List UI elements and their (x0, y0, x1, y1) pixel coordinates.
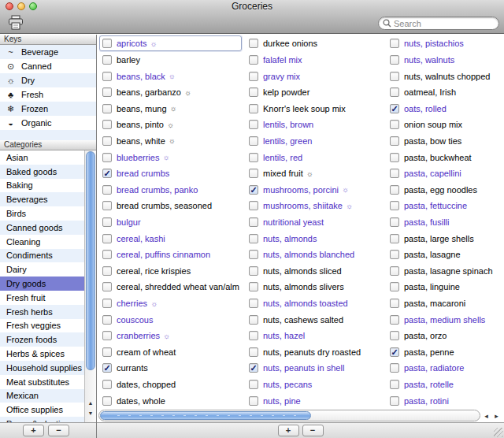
item-checkbox[interactable] (102, 120, 112, 129)
grocery-item-apricots[interactable]: apricots☼ (99, 35, 246, 52)
item-checkbox[interactable] (249, 380, 258, 389)
grocery-item-gravy-mix[interactable]: gravy mix (246, 68, 387, 84)
grocery-item-pasta-radiatore[interactable]: pasta, radiatore (387, 360, 504, 377)
grocery-item-bread-crumbs-panko[interactable]: bread crumbs, panko (99, 181, 246, 198)
item-checkbox[interactable] (102, 299, 112, 308)
item-checkbox[interactable]: ✓ (249, 185, 258, 195)
add-item-button[interactable]: + (278, 425, 299, 436)
grocery-item-bread-crumbs-seasoned[interactable]: bread crumbs, seasoned (99, 198, 246, 214)
category-item-household-supplies[interactable]: Household supplies (0, 361, 96, 375)
item-checkbox[interactable] (390, 55, 399, 65)
item-checkbox[interactable] (102, 55, 112, 65)
grocery-item-pasta-lasagne-spinach[interactable]: pasta, lasagne spinach (387, 263, 504, 280)
category-item-frozen-foods[interactable]: Frozen foods (0, 332, 96, 347)
key-item-fresh[interactable]: ♣Fresh (0, 87, 96, 102)
key-item-canned[interactable]: ⊙Canned (0, 59, 96, 73)
grocery-item-nutritional-yeast[interactable]: nutritional yeast (246, 214, 387, 231)
grocery-item-nuts-almonds[interactable]: nuts, almonds (246, 230, 387, 247)
item-checkbox[interactable] (249, 234, 258, 243)
category-item-asian[interactable]: Asian (0, 150, 96, 165)
grocery-item-mushrooms-porcini[interactable]: ✓mushrooms, porcini☼ (246, 181, 387, 198)
scroll-down-icon[interactable]: ▼ (85, 408, 96, 418)
search-input[interactable]: Search (378, 17, 499, 30)
category-item-herbs-spices[interactable]: Herbs & spices (0, 347, 96, 361)
item-checkbox[interactable] (249, 266, 258, 276)
category-item-baking[interactable]: Baking (0, 179, 96, 193)
category-item-dry-goods[interactable]: Dry goods (0, 277, 96, 291)
item-checkbox[interactable] (390, 136, 399, 146)
item-checkbox[interactable] (249, 396, 258, 406)
item-checkbox[interactable] (249, 153, 258, 162)
item-checkbox[interactable] (102, 266, 112, 276)
grocery-item-pasta-buckwheat[interactable]: pasta, buckwheat (387, 149, 504, 165)
grocery-item-pasta-lasagne[interactable]: pasta, lasagne (387, 247, 504, 263)
grocery-item-lentils-green[interactable]: lentils, green (246, 133, 387, 150)
item-checkbox[interactable] (102, 104, 112, 113)
item-checkbox[interactable] (249, 331, 258, 340)
item-checkbox[interactable] (102, 315, 112, 325)
item-checkbox[interactable] (249, 169, 258, 178)
item-checkbox[interactable] (390, 282, 399, 291)
category-item-fresh-veggies[interactable]: Fresh veggies (0, 319, 96, 333)
category-item-dairy[interactable]: Dairy (0, 262, 96, 277)
category-item-canned-goods[interactable]: Canned goods (0, 221, 96, 235)
grocery-item-pasta-large-shells[interactable]: pasta, large shells (387, 230, 504, 247)
grocery-item-nuts-almonds-slivers[interactable]: nuts, almonds slivers (246, 279, 387, 295)
categories-scrollbar-thumb[interactable] (86, 151, 95, 370)
item-checkbox[interactable]: ✓ (249, 363, 258, 373)
horizontal-scrollbar[interactable] (98, 410, 480, 421)
grocery-item-pasta-penne[interactable]: ✓pasta, penne (387, 344, 504, 361)
category-item-fresh-herbs[interactable]: Fresh herbs (0, 305, 96, 319)
category-item-cleaning[interactable]: Cleaning (0, 235, 96, 249)
grocery-item-mixed-fruit[interactable]: mixed fruit☼ (246, 165, 387, 182)
item-checkbox[interactable] (102, 250, 112, 259)
item-checkbox[interactable] (102, 39, 112, 48)
scroll-left-icon[interactable]: ◂ (481, 412, 491, 420)
close-button[interactable] (6, 2, 13, 10)
item-checkbox[interactable] (390, 201, 399, 210)
item-checkbox[interactable] (390, 87, 399, 97)
resize-grip[interactable] (494, 428, 503, 437)
item-checkbox[interactable]: ✓ (102, 363, 112, 373)
category-item-beverages[interactable]: Beverages (0, 192, 96, 206)
grocery-item-bread-crumbs[interactable]: ✓bread crumbs (99, 165, 246, 182)
grocery-item-pasta-rotini[interactable]: pasta, rotini (387, 392, 504, 409)
grocery-item-onion-soup-mix[interactable]: onion soup mix (387, 117, 504, 133)
item-checkbox[interactable] (249, 282, 258, 291)
grocery-item-cream-of-wheat[interactable]: cream of wheat (99, 344, 246, 361)
grocery-item-nuts-hazel[interactable]: nuts, hazel (246, 328, 387, 344)
item-checkbox[interactable] (249, 104, 258, 113)
grocery-item-cereal-shredded-wheat-van-alm[interactable]: cereal, shredded wheat van/alm (99, 279, 246, 295)
category-item-mexican[interactable]: Mexican (0, 389, 96, 403)
item-checkbox[interactable] (102, 153, 112, 162)
key-item-organic[interactable]: ◒Organic (0, 116, 96, 130)
item-checkbox[interactable] (390, 315, 399, 325)
grocery-item-nuts-peanuts-in-shell[interactable]: ✓nuts, peanuts in shell (246, 360, 387, 377)
grocery-item-cereal-puffins-cinnamon[interactable]: cereal, puffins cinnamon (99, 247, 246, 263)
item-checkbox[interactable] (249, 136, 258, 146)
grocery-item-pasta-egg-noodles[interactable]: pasta, egg noodles (387, 181, 504, 198)
add-category-button[interactable]: + (23, 425, 44, 436)
item-checkbox[interactable] (390, 396, 399, 406)
grocery-item-nuts-pecans[interactable]: nuts, pecans (246, 377, 387, 393)
grocery-item-nuts-almonds-toasted[interactable]: nuts, almonds toasted (246, 295, 387, 312)
grocery-item-nuts-pistachios[interactable]: nuts, pistachios (387, 35, 504, 52)
item-checkbox[interactable] (102, 331, 112, 340)
grocery-item-bulgur[interactable]: bulgur (99, 214, 246, 231)
category-item-office-supplies[interactable]: Office supplies (0, 403, 96, 417)
grocery-item-durkee-onions[interactable]: durkee onions (246, 35, 387, 52)
category-item-paper-plastic[interactable]: Paper & plastic (0, 417, 96, 422)
grocery-item-pasta-capellini[interactable]: pasta, capellini (387, 165, 504, 182)
grocery-item-cereal-rice-krispies[interactable]: cereal, rice krispies (99, 263, 246, 280)
item-checkbox[interactable] (249, 315, 258, 325)
item-checkbox[interactable] (390, 363, 399, 373)
item-checkbox[interactable] (390, 299, 399, 308)
grocery-item-pasta-linguine[interactable]: pasta, linguine (387, 279, 504, 295)
scroll-right-icon[interactable]: ▸ (491, 412, 502, 420)
category-item-condiments[interactable]: Condiments (0, 249, 96, 263)
item-checkbox[interactable]: ✓ (102, 169, 112, 178)
grocery-item-beans-garbanzo[interactable]: beans, garbanzo☼ (99, 84, 246, 101)
item-checkbox[interactable] (249, 299, 258, 308)
category-item-meat-substitutes[interactable]: Meat substitutes (0, 375, 96, 389)
grocery-item-dates-whole[interactable]: dates, whole (99, 392, 246, 409)
